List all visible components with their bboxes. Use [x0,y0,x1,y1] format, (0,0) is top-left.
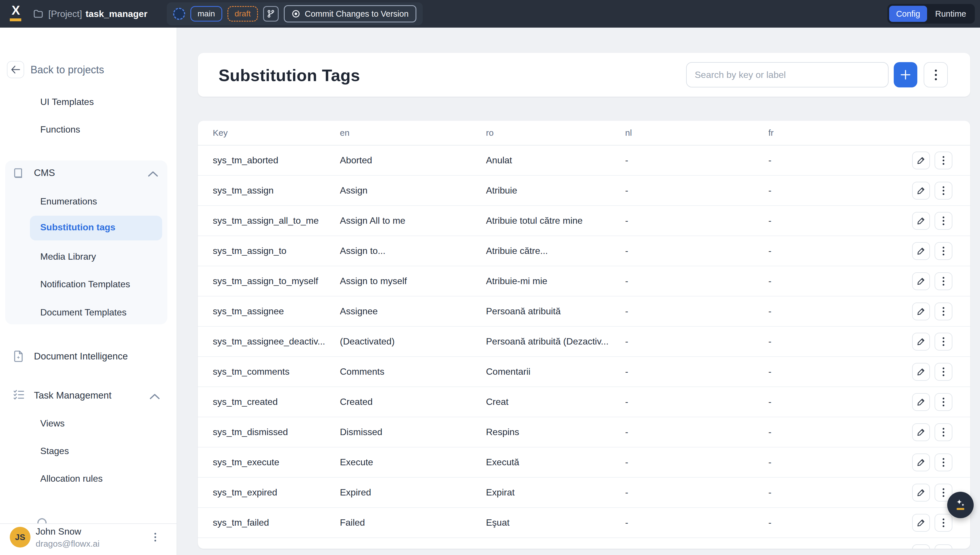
edit-row-button[interactable] [912,152,930,169]
table-row: sys_tm_assignee_deactiv... (Deactivated)… [198,327,970,357]
sidebar-item-substitution-tags[interactable]: Substitution tags [30,216,162,241]
version-badge-group: main draft Commit Changes to Version [167,2,423,25]
row-menu-button[interactable] [935,272,953,290]
branch-button[interactable] [263,6,279,22]
edit-row-button[interactable] [912,212,930,230]
pencil-icon [917,307,925,316]
ai-assistant-button[interactable] [947,492,974,518]
table-row: sys_tm_execute Execute Execută - - [198,448,970,478]
sidebar-item-enumerations[interactable]: Enumerations [40,196,97,207]
sidebar-item-document-intelligence[interactable]: Document Intelligence [0,350,177,364]
row-menu-button[interactable] [935,182,953,200]
user-name: John Snow [36,526,81,537]
edit-row-button[interactable] [912,272,930,290]
document-plus-icon [13,350,24,365]
column-header-en[interactable]: en [340,128,486,138]
edit-row-button[interactable] [912,484,930,502]
cell-en: Assignee [340,306,486,317]
toggle-runtime[interactable]: Runtime [928,6,973,22]
cell-en: Assign to myself [340,276,486,286]
back-to-projects-label[interactable]: Back to projects [30,64,104,76]
table-row-partial [198,538,970,549]
sidebar-item-allocation-rules[interactable]: Allocation rules [40,473,103,484]
row-menu-button[interactable] [935,363,953,381]
sidebar-item-views[interactable]: Views [40,417,65,429]
table-header-row: Key en ro nl fr [198,121,970,146]
chevron-up-icon[interactable] [148,168,158,179]
edit-row-button[interactable] [912,514,930,532]
flowx-logo-icon[interactable]: X [8,4,24,24]
back-button[interactable] [7,61,24,78]
main-content: Substitution Tags Key en ro nl fr sys_tm… [177,27,980,555]
edit-row-button[interactable] [912,454,930,471]
sidebar-item-notification-templates[interactable]: Notification Templates [40,279,130,290]
table-row: sys_tm_failed Failed Eşuat - - [198,508,970,538]
add-tag-button[interactable] [894,62,917,87]
table-row: sys_tm_assignee Assignee Persoană atribu… [198,297,970,327]
branch-badge[interactable]: main [190,6,222,22]
sidebar-item-ui-templates[interactable]: UI Templates [40,96,94,107]
cell-fr: - [768,306,912,317]
column-header-ro[interactable]: ro [486,128,625,138]
sidebar-item-document-templates[interactable]: Document Templates [40,307,127,318]
cell-ro: Atribuie [486,185,625,196]
row-menu-button[interactable] [935,423,953,441]
cell-key: sys_tm_assignee_deactiv... [213,336,340,347]
user-menu-button[interactable] [148,530,162,544]
row-menu-button[interactable] [935,303,953,320]
row-menu-button[interactable] [935,212,953,230]
cell-fr: - [768,215,912,226]
page-header-card: Substitution Tags [198,53,970,96]
edit-row-button[interactable] [912,363,930,381]
pencil-icon [917,247,925,255]
table-row: sys_tm_expired Expired Expirat - - [198,478,970,508]
sidebar-item-functions[interactable]: Functions [40,124,80,135]
row-menu-button[interactable] [935,333,953,351]
version-status-icon[interactable] [173,8,185,20]
draft-badge[interactable]: draft [228,6,258,22]
user-panel: JS John Snow dragos@flowx.ai [0,526,177,555]
sidebar-section-task-management[interactable]: Task Management [0,389,177,403]
commit-changes-button[interactable]: Commit Changes to Version [284,5,416,22]
chevron-up-icon[interactable] [149,391,160,402]
cell-fr: - [768,276,912,286]
sidebar-item-media-library[interactable]: Media Library [40,251,96,262]
cell-nl: - [625,427,768,437]
edit-row-button[interactable] [912,423,930,441]
edit-row-button[interactable] [912,242,930,260]
cms-section-label[interactable]: CMS [34,167,55,178]
clipped-icon-peek [0,511,177,523]
row-menu-button[interactable] [935,544,953,549]
cell-key: sys_tm_execute [213,457,340,468]
avatar[interactable]: JS [10,527,30,547]
user-email: dragos@flowx.ai [36,539,99,549]
edit-row-button[interactable] [912,544,930,549]
edit-row-button[interactable] [912,333,930,351]
cell-fr: - [768,396,912,407]
row-menu-button[interactable] [935,393,953,411]
sidebar-item-stages[interactable]: Stages [40,445,69,457]
edit-row-button[interactable] [912,393,930,411]
pencil-icon [917,488,925,497]
header-menu-button[interactable] [924,62,948,87]
cell-fr: - [768,155,912,166]
cell-key: sys_tm_failed [213,517,340,528]
row-menu-button[interactable] [935,514,953,532]
cell-key: sys_tm_assign_to [213,245,340,256]
cell-fr: - [768,427,912,437]
row-actions [912,272,970,290]
row-menu-button[interactable] [935,242,953,260]
cell-fr: - [768,457,912,468]
column-header-nl[interactable]: nl [625,128,768,138]
cell-key: sys_tm_expired [213,487,340,498]
row-actions [912,423,970,441]
search-input[interactable] [686,62,889,87]
row-menu-button[interactable] [935,454,953,471]
column-header-key[interactable]: Key [213,128,340,138]
column-header-fr[interactable]: fr [768,128,912,138]
edit-row-button[interactable] [912,303,930,320]
edit-row-button[interactable] [912,182,930,200]
row-menu-button[interactable] [935,152,953,169]
toggle-config[interactable]: Config [889,6,927,22]
cell-nl: - [625,396,768,407]
